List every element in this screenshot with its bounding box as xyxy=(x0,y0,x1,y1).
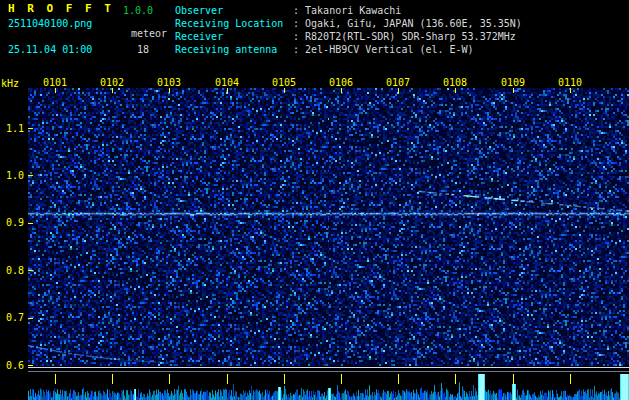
info-separator: : xyxy=(293,5,305,16)
info-value: R820T2(RTL-SDR) SDR-Sharp 53.372MHz xyxy=(305,31,516,42)
info-separator: : xyxy=(293,31,305,42)
app-version: 1.0.0 xyxy=(123,5,153,16)
y-tick-label: 1.1 xyxy=(2,123,24,134)
spectrogram-canvas xyxy=(28,88,629,400)
x-tick-label: 0105 xyxy=(272,77,296,88)
x-tick-label: 0109 xyxy=(501,77,525,88)
info-value: Ogaki, Gifu, JAPAN (136.60E, 35.35N) xyxy=(305,18,522,29)
timestamp: 25.11.04 01:00 xyxy=(8,44,92,55)
y-tick-label: 0.8 xyxy=(2,265,24,276)
info-value: 2el-HB9CV Vertical (el. E-W) xyxy=(305,44,474,55)
info-label: Receiving Location xyxy=(175,18,293,29)
x-tick-label: 0106 xyxy=(329,77,353,88)
info-row-location: Receiving Location: Ogaki, Gifu, JAPAN (… xyxy=(175,18,522,29)
y-axis-unit: kHz xyxy=(1,78,19,89)
mode-label: meteor xyxy=(131,28,167,39)
info-separator: : xyxy=(293,18,305,29)
info-label: Receiving antenna xyxy=(175,44,293,55)
x-tick-label: 0110 xyxy=(558,77,582,88)
app-title: H R O F F T xyxy=(8,3,114,14)
x-tick-label: 0107 xyxy=(386,77,410,88)
info-row-antenna: Receiving antenna: 2el-HB9CV Vertical (e… xyxy=(175,44,474,55)
hrofft-window: H R O F F T 1.0.0 2511040100.png meteor … xyxy=(0,0,629,400)
y-tick-label: 0.9 xyxy=(2,217,24,228)
x-tick-label: 0108 xyxy=(443,77,467,88)
x-tick-label: 0102 xyxy=(100,77,124,88)
info-label: Receiver xyxy=(175,31,293,42)
echo-count: 18 xyxy=(137,44,149,55)
info-separator: : xyxy=(293,44,305,55)
y-tick-label: 0.7 xyxy=(2,312,24,323)
x-tick-label: 0101 xyxy=(43,77,67,88)
info-row-observer: Observer: Takanori Kawachi xyxy=(175,5,401,16)
y-tick-label: 0.6 xyxy=(2,360,24,371)
info-value: Takanori Kawachi xyxy=(305,5,401,16)
output-filename: 2511040100.png xyxy=(8,18,92,29)
info-label: Observer xyxy=(175,5,293,16)
x-tick-label: 0103 xyxy=(157,77,181,88)
info-row-receiver: Receiver: R820T2(RTL-SDR) SDR-Sharp 53.3… xyxy=(175,31,516,42)
y-tick-label: 1.0 xyxy=(2,170,24,181)
x-tick-label: 0104 xyxy=(215,77,239,88)
